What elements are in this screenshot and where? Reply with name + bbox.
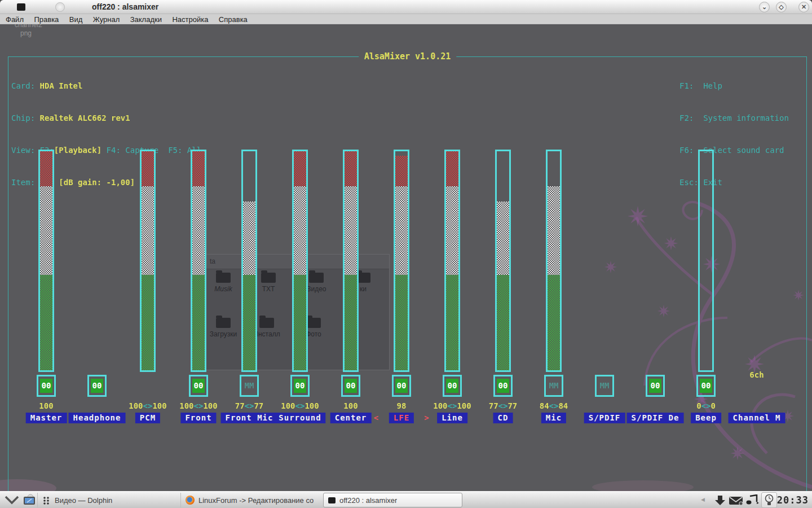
channel-mode-value: 6ch xyxy=(749,370,764,379)
channel-value: 0<>0 xyxy=(681,401,731,410)
channel-label[interactable]: Headphone xyxy=(69,413,126,423)
volume-bar[interactable] xyxy=(140,150,156,372)
lightbulb-icon[interactable] xyxy=(764,494,774,506)
menu-edit[interactable]: Правка xyxy=(34,15,59,24)
terminal-app-icon xyxy=(17,3,25,11)
volume-bar-fill xyxy=(446,151,458,370)
close-button[interactable]: ✕ xyxy=(798,2,809,12)
channel-headphone: 00Headphone xyxy=(72,24,122,491)
mail-icon[interactable] xyxy=(729,494,744,506)
channel-label[interactable]: S/PDIF xyxy=(584,413,625,423)
mute-switch-muted: MM xyxy=(241,376,257,395)
mute-switch-on: 00 xyxy=(700,379,712,393)
window-titlebar[interactable]: off220 : alsamixer ⌄ ◇ ✕ xyxy=(0,0,812,14)
channel-label[interactable]: Mic xyxy=(541,413,566,423)
volume-bar[interactable] xyxy=(444,150,460,372)
desktop-screen: channel2 png ta Musik TXT Видео ки xyxy=(0,0,812,508)
taskbar-task-dolphin[interactable]: Видео — Dolphin xyxy=(37,493,176,507)
volume-bar-fill xyxy=(294,151,306,370)
channel-mic: MM84<>84Mic xyxy=(528,24,579,491)
music-note-icon[interactable] xyxy=(745,494,760,506)
volume-bar[interactable] xyxy=(38,150,54,372)
channel-label[interactable]: Surround xyxy=(274,413,325,423)
mute-switch[interactable]: 00 xyxy=(646,375,665,397)
menu-journal[interactable]: Журнал xyxy=(93,15,120,24)
channel-front: 00100<>100Front xyxy=(173,24,224,491)
download-icon[interactable] xyxy=(714,494,726,506)
channel-lfe: 0098LFE<> xyxy=(376,24,427,491)
dolphin-icon xyxy=(42,496,51,505)
menu-help[interactable]: Справка xyxy=(219,15,248,24)
mute-switch[interactable]: MM xyxy=(544,375,563,397)
volume-bar[interactable] xyxy=(343,150,359,372)
mute-switch[interactable]: MM xyxy=(595,375,614,397)
mute-switch-on: 00 xyxy=(345,379,357,393)
mute-switch-on: 00 xyxy=(91,379,103,393)
mute-switch-on: 00 xyxy=(649,379,661,393)
menu-file[interactable]: Файл xyxy=(6,15,24,24)
channel-label[interactable]: PCM xyxy=(135,413,160,423)
channel-value: 100 xyxy=(21,401,72,410)
volume-bar[interactable] xyxy=(394,150,409,372)
channel-label[interactable]: CD xyxy=(493,413,513,423)
volume-bar[interactable] xyxy=(546,150,562,372)
channel-label[interactable]: Line xyxy=(437,413,467,423)
channel-label[interactable]: LFE xyxy=(389,413,414,423)
mute-switch[interactable]: 00 xyxy=(696,375,716,397)
pager-monitor-icon[interactable] xyxy=(23,494,36,506)
channel-beep: 000<>0Beep xyxy=(681,24,731,491)
channel-label[interactable]: S/PDIF De xyxy=(627,413,684,423)
channel-surround: 00100<>100Surround xyxy=(275,24,325,491)
mute-switch[interactable]: 00 xyxy=(37,375,56,397)
channel-label[interactable]: Master xyxy=(26,413,67,423)
volume-bar[interactable] xyxy=(292,150,308,372)
channel-center: 00100Center xyxy=(325,24,376,491)
selection-arrow-left: < xyxy=(374,413,378,423)
mute-switch[interactable]: 00 xyxy=(189,375,208,397)
channel-label[interactable]: Front xyxy=(180,413,216,423)
volume-bar[interactable] xyxy=(495,150,511,372)
mute-switch-on: 00 xyxy=(40,379,52,393)
volume-bar[interactable] xyxy=(698,150,714,372)
mute-switch[interactable]: 00 xyxy=(290,375,310,397)
tray-collapse-arrow-icon[interactable]: ◀ xyxy=(701,497,705,502)
channel-label[interactable]: Front Mic xyxy=(221,413,278,423)
menu-settings[interactable]: Настройка xyxy=(172,15,208,24)
mute-switch-on: 00 xyxy=(395,379,408,393)
channel-value: 98 xyxy=(376,401,427,410)
channel-value: 77<>77 xyxy=(478,401,528,410)
volume-bar-fill xyxy=(40,151,52,370)
taskbar-clock[interactable]: 20:33 xyxy=(777,494,809,506)
taskbar-task-alsamixer[interactable]: off220 : alsamixer xyxy=(323,493,462,507)
channel-label[interactable]: Beep xyxy=(691,413,721,423)
minimize-button[interactable]: ⌄ xyxy=(759,2,770,12)
mute-switch[interactable]: 00 xyxy=(392,375,411,397)
volume-bar-fill xyxy=(142,151,154,370)
channel-label[interactable]: Channel M xyxy=(729,413,785,423)
terminal-icon xyxy=(328,497,336,503)
volume-bar-fill xyxy=(345,151,357,370)
show-desktop-icon[interactable] xyxy=(5,496,19,505)
mute-switch-on: 00 xyxy=(192,379,205,393)
mute-switch[interactable]: MM xyxy=(240,375,259,397)
channel-cd: 0077<>77CD xyxy=(478,24,528,491)
mute-switch[interactable]: 00 xyxy=(493,375,513,397)
volume-bar[interactable] xyxy=(191,150,206,372)
menu-view[interactable]: Вид xyxy=(69,15,83,24)
mute-switch[interactable]: 00 xyxy=(341,375,360,397)
firefox-icon xyxy=(186,496,195,505)
menu-bar: Файл Правка Вид Журнал Закладки Настройк… xyxy=(0,14,812,24)
mute-switch[interactable]: 00 xyxy=(87,375,107,397)
mute-switch-on: 00 xyxy=(446,379,458,393)
menu-bookmarks[interactable]: Закладки xyxy=(130,15,162,24)
maximize-button[interactable]: ◇ xyxy=(776,2,787,12)
channel-pcm: 100<>100PCM xyxy=(122,24,173,491)
channel-value: 100<>100 xyxy=(122,401,173,410)
channel-value: 100 xyxy=(325,401,376,410)
task-label: Видео — Dolphin xyxy=(55,496,112,505)
taskbar-task-firefox[interactable]: LinuxForum -> Редактирование со xyxy=(180,493,320,507)
channel-channel-m: 6chChannel M xyxy=(731,24,782,491)
channel-label[interactable]: Center xyxy=(330,413,372,423)
mute-switch[interactable]: 00 xyxy=(443,375,462,397)
volume-bar[interactable] xyxy=(241,150,257,372)
